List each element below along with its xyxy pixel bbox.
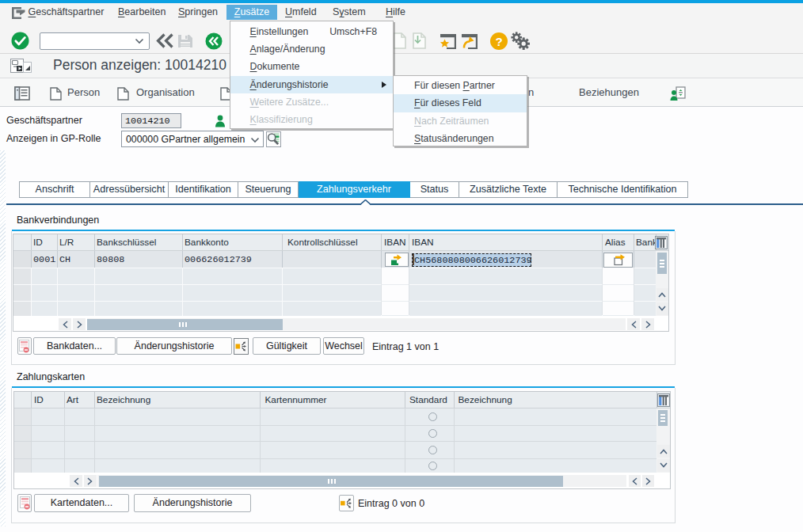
svg-text:?: ? — [495, 35, 502, 48]
